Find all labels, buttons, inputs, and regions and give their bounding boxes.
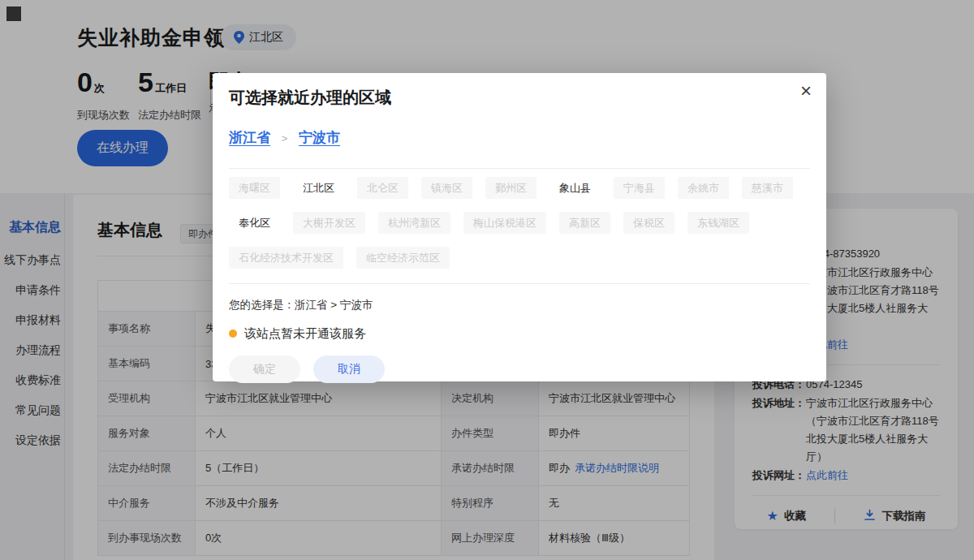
region-button: 石化经济技术开发区 [229,247,343,269]
region-button: 保税区 [623,212,674,234]
region-button[interactable]: 奉化区 [229,212,280,234]
region-button: 北仑区 [357,177,408,199]
confirm-button: 确定 [229,355,300,383]
modal-buttons: 确定 取消 [229,355,810,383]
region-breadcrumb: 浙江省 > 宁波市 [229,128,810,149]
region-grid: 海曙区 江北区 北仑区 镇海区 鄞州区 象山县 宁海县 余姚市 慈溪市 奉化区 … [229,177,810,269]
region-button: 海曙区 [229,177,280,199]
modal-divider [229,283,810,284]
region-row: 海曙区 江北区 北仑区 镇海区 鄞州区 象山县 宁海县 余姚市 慈溪市 [229,177,810,199]
region-button: 鄞州区 [485,177,537,199]
page: 失业补助金申领 江北区 0次 到现场次数 5工作日 法定办结时限 即办 承诺办结… [0,0,974,560]
region-select-modal: 可选择就近办理的区域 × 浙江省 > 宁波市 海曙区 江北区 北仑区 镇海区 鄞… [213,73,826,381]
region-button: 余姚市 [678,177,729,199]
region-button: 东钱湖区 [687,212,749,234]
region-button: 梅山保税港区 [463,212,546,234]
service-warning: 该站点暂未开通该服务 [229,325,810,342]
cancel-button[interactable]: 取消 [313,355,385,383]
region-button: 临空经济示范区 [356,247,450,269]
region-button: 杭州湾新区 [378,212,450,234]
modal-divider [229,168,810,169]
breadcrumb-separator: > [282,132,288,144]
warning-dot-icon [229,330,237,338]
region-button: 镇海区 [421,177,472,199]
region-button[interactable]: 江北区 [293,177,344,199]
region-row: 奉化区 大榭开发区 杭州湾新区 梅山保税港区 高新区 保税区 东钱湖区 [229,212,810,234]
modal-title: 可选择就近办理的区域 [229,86,810,109]
region-button: 慈溪市 [742,177,793,199]
close-icon[interactable]: × [800,81,812,101]
region-button: 高新区 [559,212,610,234]
selection-summary: 您的选择是：浙江省 > 宁波市 [229,297,810,313]
region-button[interactable]: 象山县 [549,177,601,199]
region-button: 宁海县 [614,177,665,199]
breadcrumb-province-link[interactable]: 浙江省 [229,130,270,145]
region-button: 大榭开发区 [293,212,365,234]
region-row: 石化经济技术开发区 临空经济示范区 [229,247,810,269]
breadcrumb-city-link[interactable]: 宁波市 [299,130,340,145]
